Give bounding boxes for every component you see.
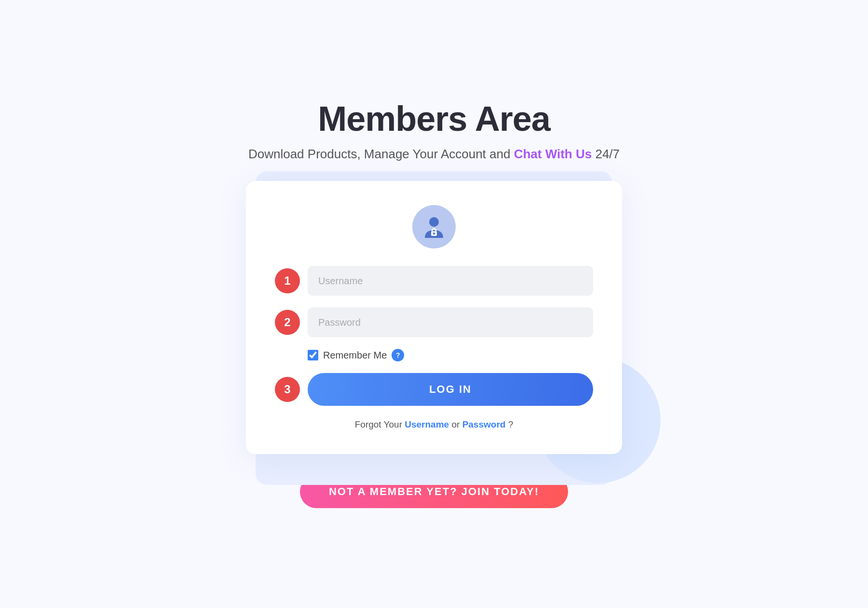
username-row: 1 bbox=[275, 266, 593, 296]
step-badge-3: 3 bbox=[275, 377, 300, 402]
chat-with-us-link[interactable]: Chat With Us bbox=[514, 147, 592, 161]
svg-point-2 bbox=[433, 233, 435, 235]
user-icon bbox=[421, 214, 447, 240]
page-title: Members Area bbox=[248, 100, 620, 138]
password-row: 2 bbox=[275, 307, 593, 337]
step-badge-2: 2 bbox=[275, 310, 300, 335]
subtitle-before: Download Products, Manage Your Account a… bbox=[248, 147, 511, 161]
remember-me-label: Remember Me bbox=[323, 350, 387, 361]
avatar bbox=[412, 205, 456, 249]
login-button[interactable]: LOG IN bbox=[308, 373, 593, 406]
card-outer: 1 2 Remember Me ? 3 LOG IN bbox=[246, 181, 622, 454]
forgot-row: Forgot Your Username or Password ? bbox=[275, 419, 593, 430]
forgot-after: ? bbox=[508, 419, 514, 429]
password-input[interactable] bbox=[308, 307, 593, 337]
remember-me-row: Remember Me ? bbox=[275, 349, 593, 361]
remember-me-checkbox[interactable] bbox=[308, 350, 318, 360]
step-badge-1: 1 bbox=[275, 268, 300, 293]
login-row: 3 LOG IN bbox=[275, 373, 593, 406]
forgot-or: or bbox=[451, 419, 460, 429]
forgot-username-link[interactable]: Username bbox=[405, 419, 449, 429]
forgot-password-link[interactable]: Password bbox=[462, 419, 506, 429]
login-card: 1 2 Remember Me ? 3 LOG IN bbox=[246, 181, 622, 454]
svg-point-0 bbox=[429, 217, 439, 227]
login-form: 1 2 Remember Me ? 3 LOG IN bbox=[275, 266, 593, 430]
subtitle: Download Products, Manage Your Account a… bbox=[248, 147, 620, 162]
username-input[interactable] bbox=[308, 266, 593, 296]
subtitle-after: 24/7 bbox=[595, 147, 620, 161]
header: Members Area Download Products, Manage Y… bbox=[248, 100, 620, 162]
page-wrapper: Members Area Download Products, Manage Y… bbox=[0, 100, 868, 508]
forgot-before: Forgot Your bbox=[355, 419, 402, 429]
help-icon[interactable]: ? bbox=[392, 349, 404, 361]
